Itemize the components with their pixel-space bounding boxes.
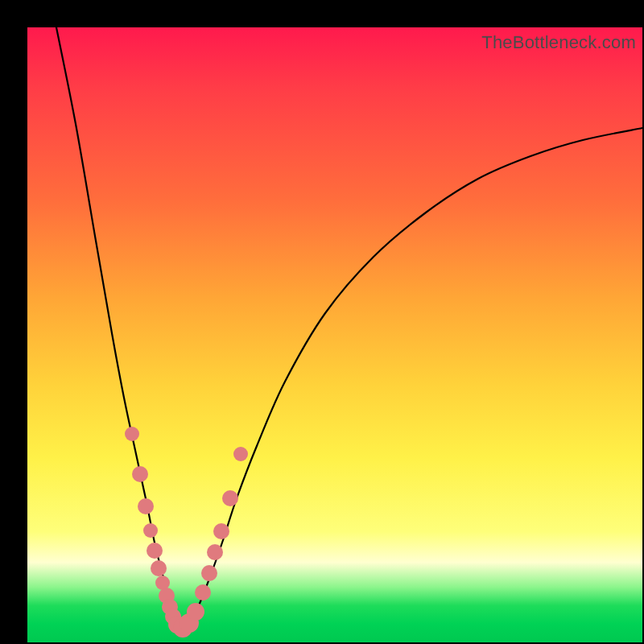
bottleneck-curve bbox=[56, 27, 642, 630]
curve-svg bbox=[27, 27, 642, 642]
data-markers-group bbox=[125, 427, 248, 638]
data-marker bbox=[125, 427, 139, 441]
data-marker bbox=[151, 560, 167, 576]
data-marker bbox=[195, 584, 211, 601]
data-marker bbox=[187, 603, 204, 621]
data-marker bbox=[147, 543, 163, 559]
data-marker bbox=[143, 523, 158, 538]
data-marker bbox=[132, 466, 148, 482]
data-marker bbox=[201, 565, 217, 581]
data-marker bbox=[222, 490, 238, 506]
data-marker bbox=[138, 498, 154, 514]
data-marker bbox=[207, 544, 223, 560]
plot-area: TheBottleneck.com bbox=[27, 27, 642, 642]
data-marker bbox=[233, 447, 248, 461]
data-marker bbox=[213, 523, 229, 539]
outer-frame: TheBottleneck.com bbox=[0, 0, 644, 644]
